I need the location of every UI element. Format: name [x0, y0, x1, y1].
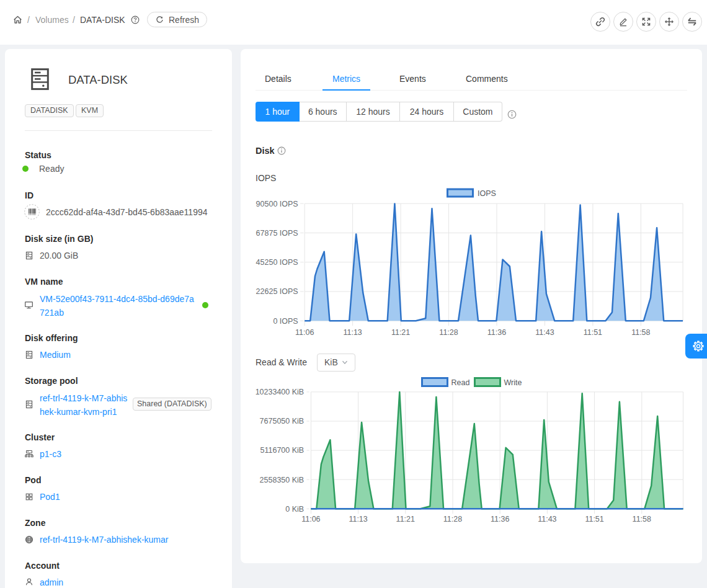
svg-text:2558350 KiB: 2558350 KiB	[260, 476, 305, 484]
svg-text:11:13: 11:13	[343, 328, 362, 337]
svg-text:11:36: 11:36	[491, 515, 509, 523]
svg-text:11:21: 11:21	[396, 515, 415, 523]
svg-text:Write: Write	[504, 378, 522, 387]
svg-text:Read: Read	[451, 378, 470, 387]
svg-text:11:36: 11:36	[487, 328, 506, 337]
svg-text:45250 IOPS: 45250 IOPS	[256, 258, 298, 267]
svg-text:11:51: 11:51	[584, 328, 602, 337]
svg-text:11:28: 11:28	[443, 515, 462, 523]
svg-text:11:43: 11:43	[535, 328, 554, 337]
svg-text:22625 IOPS: 22625 IOPS	[256, 287, 298, 296]
svg-text:11:21: 11:21	[391, 328, 410, 337]
svg-text:11:13: 11:13	[349, 515, 367, 523]
svg-text:11:51: 11:51	[585, 515, 603, 523]
svg-text:10233400 KiB: 10233400 KiB	[256, 388, 304, 396]
svg-text:67875 IOPS: 67875 IOPS	[256, 229, 298, 238]
svg-text:11:06: 11:06	[295, 328, 314, 337]
svg-text:5116700 KiB: 5116700 KiB	[260, 446, 305, 455]
svg-text:90500 IOPS: 90500 IOPS	[256, 200, 298, 208]
svg-text:11:28: 11:28	[439, 328, 458, 337]
svg-text:11:58: 11:58	[633, 515, 651, 523]
svg-text:11:58: 11:58	[631, 328, 650, 337]
svg-text:0 IOPS: 0 IOPS	[273, 317, 298, 326]
svg-text:11:06: 11:06	[301, 515, 320, 523]
svg-text:11:43: 11:43	[538, 515, 556, 523]
svg-text:7675050 KiB: 7675050 KiB	[260, 417, 305, 425]
svg-text:0 KiB: 0 KiB	[285, 505, 304, 514]
svg-text:IOPS: IOPS	[478, 189, 496, 198]
